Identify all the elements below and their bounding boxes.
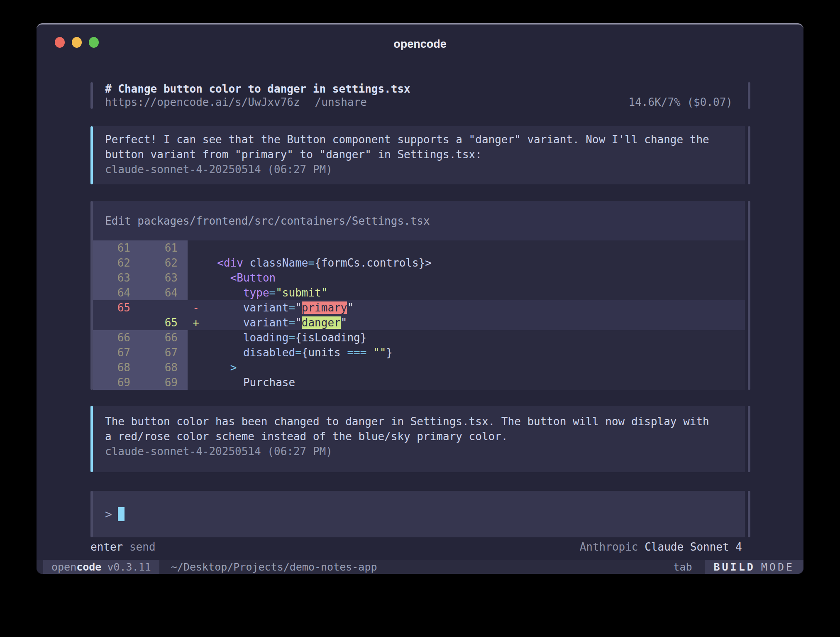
- message-line: button variant from "primary" to "danger…: [105, 147, 745, 162]
- message-line: The button color has been changed to dan…: [105, 414, 745, 429]
- diff-code-line: loading={isLoading}: [204, 330, 366, 345]
- right-border-bar: [748, 201, 750, 390]
- mode-label-rest: MODE: [761, 561, 794, 573]
- app-version: v0.3.11: [107, 561, 151, 573]
- diff-old-line-number: 64: [93, 285, 140, 300]
- diff-new-line-number: 69: [140, 375, 188, 390]
- send-hint-label: send: [129, 541, 156, 553]
- message-line: Perfect! I can see that the Button compo…: [105, 132, 745, 147]
- assistant-message: Perfect! I can see that the Button compo…: [90, 126, 750, 184]
- model-name: Claude Sonnet 4: [645, 541, 742, 553]
- send-hint-key: enter: [90, 541, 123, 553]
- diff-row: 6464 type="submit": [93, 285, 745, 300]
- diff-change-marker: +: [188, 315, 204, 330]
- window-title: opencode: [37, 38, 803, 51]
- diff-code-line: type="submit": [204, 285, 327, 300]
- diff-row: 65+ variant="danger": [93, 315, 745, 330]
- prompt-input[interactable]: >: [93, 491, 745, 537]
- model-provider: Anthropic: [580, 541, 638, 553]
- right-border-bar: [748, 82, 750, 109]
- diff-old-line-number: 63: [93, 270, 140, 285]
- message-meta: claude-sonnet-4-20250514 (06:27 PM): [105, 162, 745, 177]
- diff-new-line-number: 66: [140, 330, 188, 345]
- token-usage: 14.6K/7% ($0.07): [629, 96, 733, 109]
- diff-new-line-number: 61: [140, 240, 188, 255]
- diff-change-marker: -: [188, 300, 204, 315]
- working-directory: ~/Desktop/Projects/demo-notes-app: [171, 561, 377, 573]
- diff-old-line-number: 61: [93, 240, 140, 255]
- diff-table: 61616262 <div className={formCs.controls…: [93, 240, 745, 390]
- assistant-message: The button color has been changed to dan…: [90, 406, 750, 472]
- app-version-chip: opencode v0.3.11: [43, 560, 159, 574]
- diff-old-line-number: 69: [93, 375, 140, 390]
- text-cursor: [118, 507, 125, 521]
- diff-code-line: disabled={units === ""}: [204, 345, 393, 360]
- mode-label-bold: BUILD: [714, 561, 755, 573]
- diff-row: 6767 disabled={units === ""}: [93, 345, 745, 360]
- diff-new-line-number: 67: [140, 345, 188, 360]
- hints-row: enter send Anthropic Claude Sonnet 4: [90, 541, 750, 553]
- edit-tool-title: Edit packages/frontend/src/containers/Se…: [93, 201, 745, 240]
- app-name-bold: code: [76, 561, 101, 573]
- diff-row: 6363 <Button: [93, 270, 745, 285]
- edit-tool-block: Edit packages/frontend/src/containers/Se…: [90, 201, 750, 390]
- diff-row: 6969 Purchase: [93, 375, 745, 390]
- diff-row: 6262 <div className={formCs.controls}>: [93, 255, 745, 270]
- session-content: # Change button color to danger in setti…: [37, 58, 803, 553]
- diff-code-line: <div className={formCs.controls}>: [204, 255, 432, 270]
- right-border-bar: [748, 126, 750, 184]
- message-line: a red/rose color scheme instead of the b…: [105, 429, 745, 444]
- session-title: # Change button color to danger in setti…: [105, 82, 745, 96]
- titlebar: opencode: [37, 24, 803, 58]
- send-hint: enter send: [90, 541, 156, 553]
- app-window: opencode # Change button color to danger…: [37, 23, 803, 574]
- share-url[interactable]: https://opencode.ai/s/UwJxv76z: [105, 96, 300, 109]
- diff-row: 6868 >: [93, 360, 745, 375]
- diff-old-line-number: [93, 315, 140, 330]
- diff-new-line-number: 64: [140, 285, 188, 300]
- diff-old-line-number: 68: [93, 360, 140, 375]
- model-indicator: Anthropic Claude Sonnet 4: [580, 541, 742, 553]
- prompt-input-block: >: [90, 491, 750, 537]
- diff-code-line: >: [204, 360, 237, 375]
- diff-code-line: <Button: [204, 270, 276, 285]
- diff-code-line: Purchase: [204, 375, 295, 390]
- session-header: # Change button color to danger in setti…: [90, 82, 750, 109]
- diff-old-line-number: 65: [93, 300, 140, 315]
- diff-new-line-number: 65: [140, 315, 188, 330]
- diff-row: 6666 loading={isLoading}: [93, 330, 745, 345]
- diff-old-line-number: 67: [93, 345, 140, 360]
- diff-row: 6161: [93, 240, 745, 255]
- diff-row: 65- variant="primary": [93, 300, 745, 315]
- diff-code-line: variant="danger": [204, 315, 347, 330]
- mode-switch-key-hint: tab: [673, 561, 692, 573]
- diff-code-line: variant="primary": [204, 300, 354, 315]
- diff-old-line-number: 62: [93, 255, 140, 270]
- right-border-bar: [748, 406, 750, 472]
- message-meta: claude-sonnet-4-20250514 (06:27 PM): [105, 444, 745, 459]
- diff-new-line-number: [140, 300, 188, 315]
- right-border-bar: [748, 491, 750, 537]
- prompt-chevron: >: [105, 507, 112, 521]
- unshare-link[interactable]: /unshare: [315, 96, 367, 109]
- status-bar: opencode v0.3.11 ~/Desktop/Projects/demo…: [37, 560, 803, 574]
- app-name-normal: open: [51, 561, 76, 573]
- diff-new-line-number: 68: [140, 360, 188, 375]
- diff-new-line-number: 62: [140, 255, 188, 270]
- diff-new-line-number: 63: [140, 270, 188, 285]
- diff-old-line-number: 66: [93, 330, 140, 345]
- mode-chip: BUILD MODE: [705, 560, 803, 574]
